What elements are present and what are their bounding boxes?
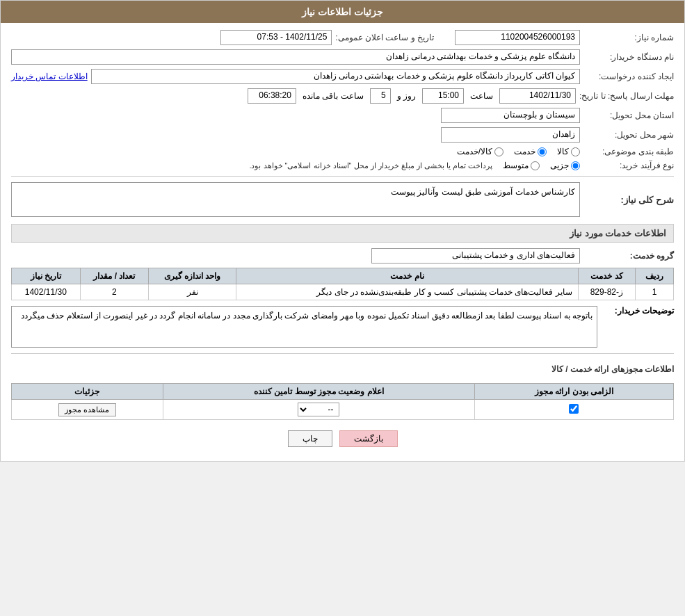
permits-col-status: اعلام وضعیت مجوز توسط تامین کننده	[163, 384, 474, 400]
province-value: سیستان و بلوچستان	[441, 108, 580, 123]
cell-permit-status: --	[163, 400, 474, 420]
need-number-label: شماره نیاز:	[583, 33, 674, 42]
services-table-header-row: ردیف کد خدمت نام خدمت واحد اندازه گیری ت…	[12, 268, 674, 284]
cell-service-name: سایر فعالیت‌های خدمات پشتیبانی کسب و کار…	[236, 284, 578, 300]
category-option-kala: کالا	[557, 147, 580, 156]
service-group-row: گروه خدمت: فعالیت‌های اداری و خدمات پشتی…	[11, 248, 674, 264]
col-row-num: ردیف	[636, 268, 674, 284]
purchase-option-motavaset: متوسط	[503, 161, 540, 170]
category-radio-khedmat[interactable]	[538, 147, 547, 156]
cell-service-code: ز-82-829	[578, 284, 635, 300]
buyer-notes-section: توضیحات خریدار: باتوجه به اسناد پیوست لط…	[11, 306, 674, 348]
col-unit: واحد اندازه گیری	[149, 268, 236, 284]
buyer-notes-content: باتوجه به اسناد پیوست لطفا بعد ازمطالعه …	[11, 306, 597, 348]
announce-datetime-label: تاریخ و ساعت اعلان عمومی:	[335, 33, 434, 42]
city-value: زاهدان	[441, 127, 580, 143]
col-quantity: تعداد / مقدار	[80, 268, 148, 284]
buyer-name-value: دانشگاه علوم پزشکی و خدمات بهداشتی درمان…	[11, 49, 580, 65]
permits-col-required: الزامی بودن ارائه مجوز	[474, 384, 673, 400]
divider-2	[11, 353, 674, 354]
purchase-radio-jozi[interactable]	[571, 161, 580, 170]
permits-table: الزامی بودن ارائه مجوز اعلام وضعیت مجوز …	[11, 383, 674, 420]
reply-date-value: 1402/11/30	[499, 88, 576, 104]
category-label-khedmat: خدمت	[514, 147, 535, 156]
category-row: طبقه بندی موضوعی: کالا خدمت کالا/خدمت	[11, 147, 674, 156]
purchase-radio-motavaset[interactable]	[531, 161, 540, 170]
page-title: جزئیات اطلاعات نیاز	[302, 6, 383, 17]
reply-days-label: روز و	[397, 91, 416, 101]
page-header: جزئیات اطلاعات نیاز	[1, 1, 684, 23]
service-group-value: فعالیت‌های اداری و خدمات پشتیبانی	[371, 248, 580, 264]
announce-datetime-value: 1402/11/25 - 07:53	[220, 30, 332, 45]
province-row: استان محل تحویل: سیستان و بلوچستان	[11, 108, 674, 123]
reply-remaining-label: ساعت باقی مانده	[303, 91, 364, 101]
page-wrapper: جزئیات اطلاعات نیاز شماره نیاز: 11020045…	[0, 0, 685, 462]
divider-1	[11, 176, 674, 177]
reply-remaining-value: 06:38:20	[248, 88, 296, 104]
category-label: طبقه بندی موضوعی:	[583, 147, 674, 156]
cell-quantity: 2	[80, 284, 148, 300]
reply-days-value: 5	[370, 88, 391, 104]
buyer-name-row: نام دستگاه خریدار: دانشگاه علوم پزشکی و …	[11, 49, 674, 65]
creator-value: کیوان اکاتی کاربرداز دانشگاه علوم پزشکی …	[91, 69, 580, 84]
city-row: شهر محل تحویل: زاهدان	[11, 127, 674, 143]
category-label-kala-khedmat: کالا/خدمت	[457, 147, 492, 156]
col-service-name: نام خدمت	[236, 268, 578, 284]
permit-status-select[interactable]: --	[298, 403, 339, 416]
permits-col-details: جزئیات	[12, 384, 163, 400]
contact-link[interactable]: اطلاعات تماس خریدار	[11, 72, 88, 81]
print-button[interactable]: چاپ	[288, 430, 332, 447]
cell-permit-details: مشاهده مجوز	[12, 400, 163, 420]
reply-time-label: ساعت	[470, 91, 493, 101]
services-table-row: 1 ز-82-829 سایر فعالیت‌های خدمات پشتیبان…	[12, 284, 674, 300]
permit-required-checkbox[interactable]	[569, 404, 579, 414]
reply-deadline-row: مهلت ارسال پاسخ: تا تاریخ: 1402/11/30 سا…	[11, 88, 674, 104]
category-option-kala-khedmat: کالا/خدمت	[457, 147, 503, 156]
purchase-type-radio-group: جزیی متوسط	[503, 161, 580, 170]
service-group-label: گروه خدمت:	[583, 251, 674, 261]
buyer-notes-label: توضیحات خریدار:	[604, 306, 674, 348]
category-radio-kala[interactable]	[571, 147, 580, 156]
col-service-code: کد خدمت	[578, 268, 635, 284]
need-description-row: شرح کلی نیاز: کارشناس خدمات آموزشی طبق ل…	[11, 182, 674, 217]
permits-section-header: اطلاعات مجوزهای ارائه خدمت / کالا	[11, 361, 674, 378]
purchase-label-motavaset: متوسط	[503, 161, 529, 170]
need-number-value: 1102004526000193	[455, 30, 580, 45]
purchase-label-jozi: جزیی	[550, 161, 569, 170]
services-table: ردیف کد خدمت نام خدمت واحد اندازه گیری ت…	[11, 268, 674, 300]
cell-permit-required	[474, 400, 673, 420]
content-area: شماره نیاز: 1102004526000193 تاریخ و ساع…	[1, 23, 684, 461]
cell-row-num: 1	[636, 284, 674, 300]
city-label: شهر محل تحویل:	[583, 130, 674, 140]
view-permit-button[interactable]: مشاهده مجوز	[58, 403, 115, 416]
category-radio-group: کالا خدمت کالا/خدمت	[457, 147, 580, 156]
category-label-kala: کالا	[557, 147, 569, 156]
province-label: استان محل تحویل:	[583, 111, 674, 120]
back-button[interactable]: بازگشت	[339, 430, 398, 447]
purchase-type-label: نوع فرآیند خرید:	[583, 161, 674, 170]
services-section-header: اطلاعات خدمات مورد نیاز	[11, 224, 674, 243]
need-description-label: شرح کلی نیاز:	[583, 195, 674, 205]
permits-table-header-row: الزامی بودن ارائه مجوز اعلام وضعیت مجوز …	[12, 384, 674, 400]
cell-unit: نفر	[149, 284, 236, 300]
permits-table-row: -- مشاهده مجوز	[12, 400, 674, 420]
need-number-row: شماره نیاز: 1102004526000193 تاریخ و ساع…	[11, 30, 674, 45]
cell-date: 1402/11/30	[12, 284, 81, 300]
buyer-name-label: نام دستگاه خریدار:	[583, 52, 674, 62]
category-option-khedmat: خدمت	[514, 147, 547, 156]
reply-deadline-label: مهلت ارسال پاسخ: تا تاریخ:	[579, 91, 674, 101]
purchase-type-row: نوع فرآیند خرید: جزیی متوسط پرداخت تمام …	[11, 161, 674, 170]
category-radio-kala-khedmat[interactable]	[494, 147, 503, 156]
col-date: تاریخ نیاز	[12, 268, 81, 284]
purchase-note: پرداخت تمام یا بخشی از مبلغ خریدار از مح…	[249, 161, 492, 170]
purchase-option-jozi: جزیی	[550, 161, 580, 170]
action-buttons: بازگشت چاپ	[11, 430, 674, 447]
creator-label: ایجاد کننده درخواست:	[583, 72, 674, 81]
need-description-value: کارشناس خدمات آموزشی طبق لیست وآنالیز پی…	[11, 182, 580, 217]
creator-row: ایجاد کننده درخواست: کیوان اکاتی کاربردا…	[11, 69, 674, 84]
reply-time-value: 15:00	[422, 88, 464, 104]
